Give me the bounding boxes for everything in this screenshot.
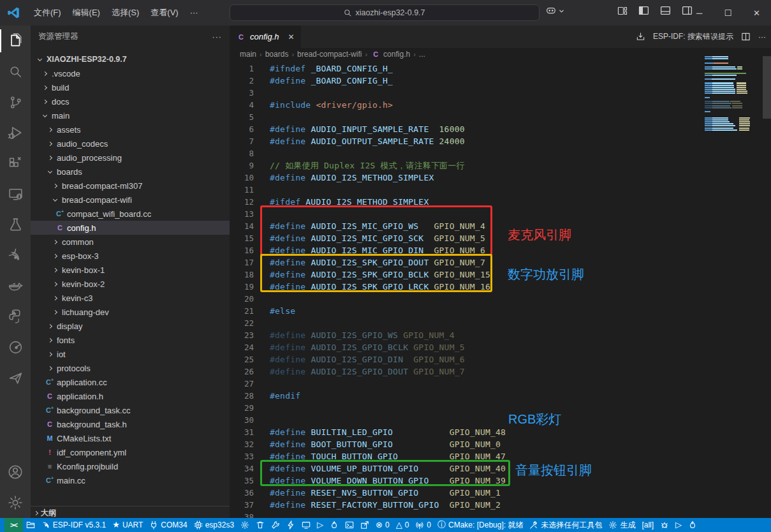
status-item-run-icon[interactable]: ▷ — [672, 518, 685, 532]
status-item-flame-icon[interactable] — [685, 518, 700, 532]
code-line-13[interactable]: 13 — [230, 208, 771, 220]
tree-folder-audio_processing[interactable]: audio_processing — [31, 151, 230, 165]
tree-folder-kevin-box-1[interactable]: kevin-box-1 — [31, 263, 230, 277]
code-line-12[interactable]: 12#ifdef AUDIO_I2S_METHOD_SIMPLEX — [230, 196, 771, 208]
status-item-tools-icon[interactable]: 未选择任何工具包 — [526, 518, 605, 532]
status-item-bug-icon[interactable] — [657, 518, 672, 532]
breadcrumb-item-boards[interactable]: boards — [265, 50, 289, 59]
espidf-action-label[interactable]: ESP-IDF: 搜索错误提示 — [653, 31, 733, 42]
scrollbar[interactable] — [763, 56, 771, 119]
tree-file-application.h[interactable]: Capplication.h — [31, 389, 230, 403]
menu-item-4[interactable]: ··· — [184, 4, 204, 21]
code-line-21[interactable]: 21#else — [230, 305, 771, 317]
status-item-monitor-icon[interactable] — [298, 518, 314, 532]
tree-file-main.cc[interactable]: C+main.cc — [31, 473, 230, 487]
settings-gear-icon[interactable] — [0, 487, 31, 518]
code-line-27[interactable]: 27 — [230, 378, 771, 390]
docker-icon[interactable] — [0, 270, 31, 301]
code-line-34[interactable]: 34#define VOLUME_UP_BUTTON_GPIO GPIO_NUM… — [230, 462, 771, 475]
code-line-28[interactable]: 28#endif — [230, 390, 771, 402]
toggle-sidebar-icon[interactable] — [638, 5, 649, 16]
tree-file-background_task.h[interactable]: Cbackground_task.h — [31, 417, 230, 431]
tree-folder-XIAOZHI-ESP32-0.9.7[interactable]: XIAOZHI-ESP32-0.9.7 — [31, 52, 230, 66]
code-line-22[interactable]: 22 — [230, 317, 771, 329]
code-line-26[interactable]: 26#define AUDIO_I2S_GPIO_DOUT GPIO_NUM_7 — [230, 366, 771, 378]
code-line-17[interactable]: 17#define AUDIO_I2S_SPK_GPIO_DOUT GPIO_N… — [230, 256, 771, 269]
code-line-6[interactable]: 6#define AUDIO_INPUT_SAMPLE_RATE 16000 — [230, 123, 771, 135]
toggle-panel-icon[interactable] — [660, 5, 671, 16]
status-item-star-icon[interactable]: ★UART — [109, 518, 146, 532]
status-item-export-icon[interactable] — [357, 518, 372, 532]
menu-item-3[interactable]: 查看(V) — [145, 4, 184, 21]
tab-close-icon[interactable]: ✕ — [288, 33, 295, 41]
status-item-run-icon[interactable]: ▷ — [314, 518, 327, 532]
tree-folder-protocols[interactable]: protocols — [31, 361, 230, 375]
menu-item-2[interactable]: 选择(S) — [106, 4, 145, 21]
breadcrumb-item-bread-compact-wifi[interactable]: bread-compact-wifi — [297, 50, 362, 59]
breadcrumb-item-main[interactable]: main — [240, 50, 256, 59]
code-line-7[interactable]: 7#define AUDIO_OUTPUT_SAMPLE_RATE 24000 — [230, 135, 771, 147]
paper-plane-icon[interactable] — [0, 362, 31, 393]
status-item-flame-icon[interactable] — [327, 518, 342, 532]
status-item-plug-icon[interactable]: COM34 — [146, 518, 190, 532]
code-line-4[interactable]: 4#include <driver/gpio.h> — [230, 99, 771, 111]
tree-file-Kconfig.projbuild[interactable]: ≡Kconfig.projbuild — [31, 459, 230, 473]
tree-folder-docs[interactable]: docs — [31, 94, 230, 108]
menu-item-0[interactable]: 文件(F) — [28, 4, 67, 21]
tree-folder-esp-box-3[interactable]: esp-box-3 — [31, 249, 230, 263]
sidebar-section-0[interactable]: 大纲 — [31, 506, 230, 518]
code-line-16[interactable]: 16#define AUDIO_I2S_MIC_GPIO_DIN GPIO_NU… — [230, 244, 771, 256]
status-item-error-icon[interactable]: ⊗0△0 — [372, 518, 412, 532]
status-item-gear-icon[interactable] — [237, 518, 253, 532]
tree-folder-display[interactable]: display — [31, 319, 230, 333]
status-item-gear-icon[interactable]: 生成 — [605, 518, 638, 532]
tree-folder-.vscode[interactable]: .vscode — [31, 66, 230, 80]
code-line-2[interactable]: 2#define _BOARD_CONFIG_H_ — [230, 75, 771, 87]
minimize-button[interactable]: ─ — [685, 0, 714, 26]
code-line-35[interactable]: 35#define VOLUME_DOWN_BUTTON_GPIO GPIO_N… — [230, 475, 771, 487]
code-line-25[interactable]: 25#define AUDIO_I2S_GPIO_DIN GPIO_NUM_6 — [230, 353, 771, 366]
code-line-31[interactable]: 31#define BUILTIN_LED_GPIO GPIO_NUM_48 — [230, 426, 771, 438]
code-line-14[interactable]: 14#define AUDIO_I2S_MIC_GPIO_WS GPIO_NUM… — [230, 220, 771, 232]
status-item-remote-icon[interactable]: >< — [4, 518, 23, 532]
search-icon[interactable] — [0, 56, 31, 87]
code-line-9[interactable]: 9// 如果使用 Duplex I2S 模式，请注释下面一行 — [230, 159, 771, 172]
code-line-3[interactable]: 3 — [230, 87, 771, 99]
install-icon[interactable] — [636, 32, 645, 41]
code-line-20[interactable]: 20 — [230, 293, 771, 305]
tree-folder-common[interactable]: common — [31, 235, 230, 249]
code-line-8[interactable]: 8 — [230, 147, 771, 159]
close-button[interactable]: ✕ — [742, 0, 771, 26]
customize-layout-icon[interactable] — [617, 6, 628, 16]
python-icon[interactable] — [0, 301, 31, 332]
extensions-icon[interactable] — [0, 148, 31, 179]
status-item-espidf-icon[interactable]: ESP-IDF v5.3.1 — [38, 518, 109, 532]
disc-icon[interactable] — [0, 332, 31, 362]
code-line-33[interactable]: 33#define TOUCH_BUTTON_GPIO GPIO_NUM_47 — [230, 450, 771, 462]
tree-folder-assets[interactable]: assets — [31, 122, 230, 137]
tree-file-idf_component.yml[interactable]: !idf_component.yml — [31, 445, 230, 459]
run-debug-icon[interactable] — [0, 117, 31, 148]
copilot-button[interactable] — [545, 6, 564, 16]
code-line-11[interactable]: 11 — [230, 184, 771, 196]
sidebar-more-actions[interactable]: ··· — [212, 33, 223, 41]
tab-config-h[interactable]: C config.h ✕ — [230, 26, 302, 48]
code-line-24[interactable]: 24#define AUDIO_I2S_GPIO_BCLK GPIO_NUM_5 — [230, 341, 771, 353]
code-line-30[interactable]: 30 — [230, 414, 771, 426]
remote-explorer-icon[interactable] — [0, 179, 31, 209]
status-item-bolt-icon[interactable] — [283, 518, 298, 532]
breadcrumb-item-...[interactable]: ... — [419, 50, 425, 59]
status-item-antenna-icon[interactable]: 0 — [412, 518, 434, 532]
menu-item-1[interactable]: 编辑(E) — [67, 4, 106, 21]
tree-folder-bread-compact-wifi[interactable]: bread-compact-wifi — [31, 193, 230, 207]
tree-folder-kevin-c3[interactable]: kevin-c3 — [31, 291, 230, 305]
testing-icon[interactable] — [0, 209, 31, 240]
tree-folder-boards[interactable]: boards — [31, 165, 230, 179]
tree-file-background_task.cc[interactable]: C+background_task.cc — [31, 403, 230, 417]
status-item-wrench-icon[interactable] — [268, 518, 283, 532]
status-item-[all][interactable]: [all] — [638, 518, 657, 532]
tree-file-CMakeLists.txt[interactable]: MCMakeLists.txt — [31, 431, 230, 445]
code-line-15[interactable]: 15#define AUDIO_I2S_MIC_GPIO_SCK GPIO_NU… — [230, 232, 771, 244]
editor-more-actions[interactable]: ··· — [758, 33, 766, 41]
code-line-18[interactable]: 18#define AUDIO_I2S_SPK_GPIO_BCLK GPIO_N… — [230, 269, 771, 281]
